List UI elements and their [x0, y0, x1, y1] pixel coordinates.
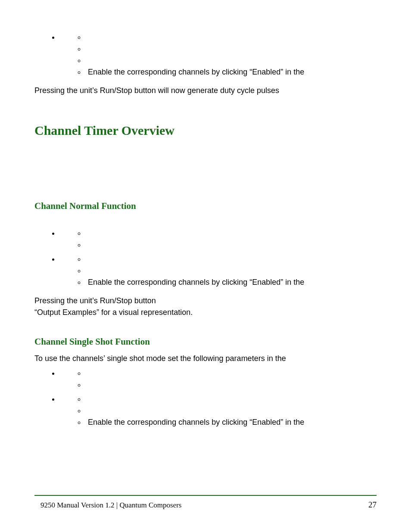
normal-paragraph-2: “Output Examples” for a visual represent… — [34, 307, 377, 317]
list-item: Enable the corresponding channels by cli… — [59, 30, 377, 79]
list-item — [85, 55, 377, 66]
list-item — [85, 379, 377, 391]
list-item — [85, 227, 377, 239]
single-sublist-1 — [85, 367, 377, 391]
footer-text: 9250 Manual Version 1.2 | Quantum Compos… — [34, 501, 181, 510]
list-item: Enable the corresponding channels by cli… — [85, 66, 377, 78]
list-item — [59, 366, 377, 392]
spacer — [34, 320, 377, 324]
section-heading-channel-timer-overview: Channel Timer Overview — [34, 123, 377, 138]
list-text: Enable the corresponding channels by cli… — [88, 68, 304, 76]
normal-sublist-1 — [85, 227, 377, 251]
list-text: Enable the corresponding channels by cli… — [88, 418, 304, 426]
list-item: Enable the corresponding channels by cli… — [59, 392, 377, 429]
list-item: Enable the corresponding channels by cli… — [85, 417, 377, 428]
subheading-channel-single-shot-function: Channel Single Shot Function — [34, 336, 377, 347]
list-item: Enable the corresponding channels by cli… — [85, 277, 377, 288]
page-number: 27 — [368, 500, 377, 510]
page-content: Enable the corresponding channels by cli… — [34, 30, 377, 506]
list-item — [85, 265, 377, 277]
list-item — [85, 393, 377, 405]
list-item — [59, 226, 377, 252]
spacer — [34, 141, 377, 189]
list-item — [85, 253, 377, 265]
page-footer: 9250 Manual Version 1.2 | Quantum Compos… — [34, 495, 377, 510]
list-item — [85, 43, 377, 55]
list-item — [85, 239, 377, 251]
single-sublist-2: Enable the corresponding channels by cli… — [85, 393, 377, 428]
single-intro: To use the channels’ single shot mode se… — [34, 353, 377, 364]
list-item — [85, 405, 377, 417]
subheading-channel-normal-function: Channel Normal Function — [34, 201, 377, 212]
spacer — [34, 215, 377, 226]
normal-list: Enable the corresponding channels by cli… — [59, 226, 377, 289]
list-text: Enable the corresponding channels by cli… — [88, 278, 304, 286]
normal-paragraph-1: Pressing the unit’s Run/Stop button — [34, 296, 377, 306]
list-item: Enable the corresponding channels by cli… — [59, 252, 377, 289]
top-list: Enable the corresponding channels by cli… — [59, 30, 377, 79]
single-list: Enable the corresponding channels by cli… — [59, 366, 377, 429]
normal-sublist-2: Enable the corresponding channels by cli… — [85, 253, 377, 288]
list-item — [85, 31, 377, 43]
top-paragraph: Pressing the unit’s Run/Stop button will… — [34, 85, 377, 96]
list-item — [85, 367, 377, 379]
top-sublist: Enable the corresponding channels by cli… — [85, 31, 377, 78]
